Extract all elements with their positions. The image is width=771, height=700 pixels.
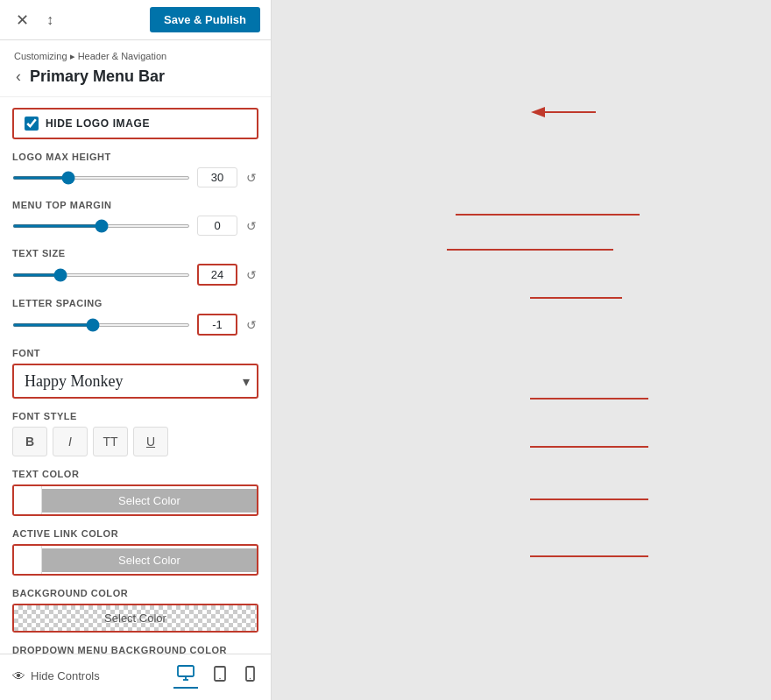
logo-max-height-slider[interactable] (12, 176, 190, 180)
active-link-color-button[interactable]: Select Color (42, 548, 257, 572)
dropdown-bg-color-label: DROPDOWN MENU BACKGROUND COLOR (12, 645, 258, 654)
menu-top-margin-row: ↺ (12, 216, 258, 236)
uppercase-button[interactable]: TT (93, 427, 128, 456)
bottom-bar: 👁 Hide Controls (0, 654, 271, 697)
text-color-picker: Select Color (12, 484, 258, 516)
panel-content: HIDE LOGO IMAGE LOGO MAX HEIGHT ↺ MENU T… (0, 97, 271, 654)
top-bar-left: ✕ ↕ (11, 9, 59, 32)
text-size-input[interactable] (197, 264, 237, 286)
mobile-icon (245, 666, 255, 682)
underline-button[interactable]: U (133, 427, 168, 456)
font-group: FONT Happy Monkey Arial Georgia Roboto O… (12, 348, 258, 399)
svg-rect-0 (178, 666, 194, 676)
left-panel: ✕ ↕ Save & Publish Customizing ▸ Header … (0, 0, 272, 700)
eye-icon: 👁 (12, 668, 25, 683)
font-style-label: FONT STYLE (12, 411, 258, 421)
text-color-swatch (14, 486, 42, 514)
letter-spacing-group: LETTER SPACING ↺ (12, 298, 258, 336)
menu-top-margin-input[interactable] (197, 216, 237, 236)
tablet-device-button[interactable] (210, 663, 230, 689)
top-bar: ✕ ↕ Save & Publish (0, 0, 271, 40)
text-color-button[interactable]: Select Color (42, 489, 257, 513)
hide-logo-label[interactable]: HIDE LOGO IMAGE (46, 117, 150, 130)
italic-button[interactable]: I (53, 427, 88, 456)
back-button[interactable]: ‹ (14, 66, 23, 88)
svg-point-6 (250, 678, 251, 679)
text-color-group: TEXT COLOR Select Color (12, 469, 258, 516)
letter-spacing-input[interactable] (197, 314, 237, 336)
logo-max-height-row: ↺ (12, 167, 258, 187)
right-area (272, 0, 771, 700)
sort-button[interactable]: ↕ (41, 11, 59, 30)
logo-max-height-reset[interactable]: ↺ (244, 169, 258, 187)
text-color-label: TEXT COLOR (12, 469, 258, 479)
letter-spacing-row: ↺ (12, 314, 258, 336)
hide-logo-control: HIDE LOGO IMAGE (12, 108, 258, 139)
dropdown-bg-color-group: DROPDOWN MENU BACKGROUND COLOR Select Co… (12, 645, 258, 654)
panel-header: Customizing ▸ Header & Navigation ‹ Prim… (0, 40, 271, 97)
text-size-slider[interactable] (12, 273, 190, 277)
page-title: Primary Menu Bar (30, 67, 165, 86)
device-icons (173, 663, 258, 689)
active-link-color-picker: Select Color (12, 544, 258, 576)
logo-max-height-input[interactable] (197, 167, 237, 187)
active-link-color-label: ACTIVE LINK COLOR (12, 528, 258, 539)
close-button[interactable]: ✕ (11, 9, 34, 32)
text-size-label: TEXT SIZE (12, 248, 258, 258)
background-color-checker: Select Color (14, 605, 257, 631)
background-color-picker: Select Color (12, 604, 258, 633)
logo-max-height-label: LOGO MAX HEIGHT (12, 152, 258, 162)
annotation-arrows (272, 0, 771, 700)
tablet-icon (214, 666, 226, 682)
svg-point-4 (219, 678, 221, 680)
background-color-group: BACKGROUND COLOR Select Color (12, 588, 258, 633)
menu-top-margin-slider[interactable] (12, 224, 190, 228)
text-size-row: ↺ (12, 264, 258, 286)
background-color-button[interactable]: Select Color (14, 605, 257, 631)
active-link-color-group: ACTIVE LINK COLOR Select Color (12, 528, 258, 576)
letter-spacing-label: LETTER SPACING (12, 298, 258, 308)
desktop-device-button[interactable] (173, 663, 198, 689)
letter-spacing-slider[interactable] (12, 323, 190, 327)
breadcrumb: Customizing ▸ Header & Navigation (14, 51, 257, 62)
menu-top-margin-reset[interactable]: ↺ (244, 217, 258, 235)
font-label: FONT (12, 348, 258, 358)
font-style-group: FONT STYLE B I TT U (12, 411, 258, 456)
font-select-wrapper: Happy Monkey Arial Georgia Roboto Open S… (12, 364, 258, 399)
font-select[interactable]: Happy Monkey Arial Georgia Roboto Open S… (12, 364, 258, 399)
mobile-device-button[interactable] (242, 663, 258, 689)
bold-button[interactable]: B (12, 427, 47, 456)
active-link-color-swatch (14, 546, 42, 574)
font-style-row: B I TT U (12, 427, 258, 456)
text-size-reset[interactable]: ↺ (244, 266, 258, 284)
hide-controls-label: Hide Controls (31, 669, 100, 682)
text-size-group: TEXT SIZE ↺ (12, 248, 258, 286)
background-color-label: BACKGROUND COLOR (12, 588, 258, 598)
menu-top-margin-group: MENU TOP MARGIN ↺ (12, 200, 258, 236)
letter-spacing-reset[interactable]: ↺ (244, 316, 258, 334)
hide-logo-checkbox[interactable] (25, 117, 39, 131)
logo-max-height-group: LOGO MAX HEIGHT ↺ (12, 152, 258, 187)
hide-controls-button[interactable]: 👁 Hide Controls (12, 668, 100, 683)
desktop-icon (177, 665, 195, 681)
menu-top-margin-label: MENU TOP MARGIN (12, 200, 258, 210)
save-publish-button[interactable]: Save & Publish (150, 7, 260, 32)
header-row: ‹ Primary Menu Bar (14, 66, 257, 88)
